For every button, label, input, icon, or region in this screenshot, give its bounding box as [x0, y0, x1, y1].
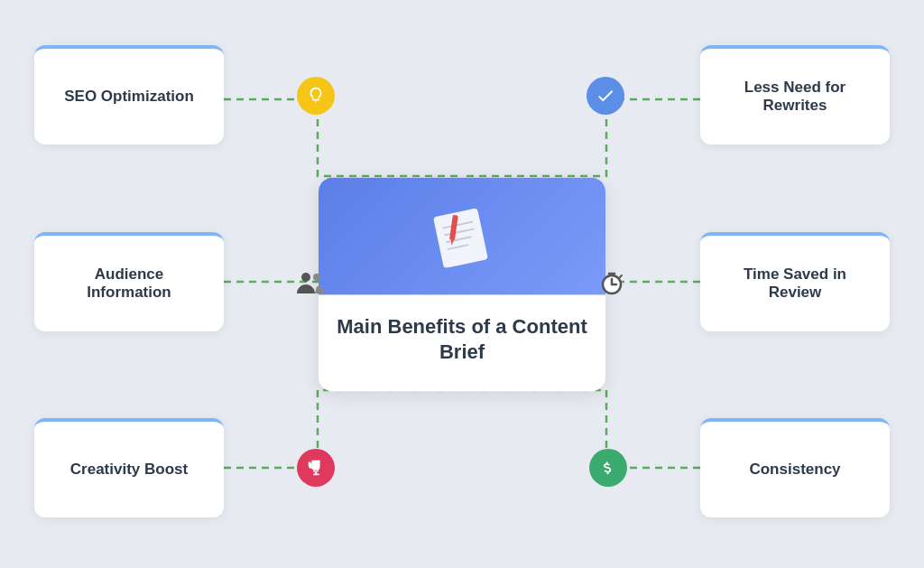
check-icon-circle — [587, 77, 624, 115]
trophy-icon — [306, 458, 326, 478]
card-audience: Audience Information — [34, 232, 224, 331]
svg-point-7 — [301, 273, 310, 282]
svg-line-14 — [620, 275, 622, 277]
document-icon — [421, 204, 503, 267]
center-card: Main Benefits of a Content Brief — [319, 177, 605, 391]
time-icon-circle — [593, 264, 631, 302]
card-time-saved: Time Saved in Review — [700, 232, 890, 331]
people-icon — [295, 270, 326, 295]
svg-point-8 — [313, 274, 320, 281]
diagram-container: SEO Optimization Audience Information Cr… — [0, 0, 924, 568]
money-icon-circle — [589, 449, 627, 487]
trophy-icon-circle — [297, 449, 335, 487]
svg-rect-0 — [433, 208, 488, 267]
card-audience-label: Audience Information — [52, 265, 206, 302]
audience-icon-circle — [291, 264, 329, 302]
card-consistency: Consistency — [700, 418, 890, 517]
checkmark-icon — [596, 86, 615, 106]
card-time-saved-label: Time Saved in Review — [718, 265, 872, 302]
center-card-body: Main Benefits of a Content Brief — [319, 294, 605, 391]
stopwatch-icon — [598, 269, 625, 296]
bulb-icon — [306, 86, 326, 106]
card-seo: SEO Optimization — [34, 45, 224, 144]
center-card-title: Main Benefits of a Content Brief — [337, 314, 587, 366]
seo-icon-circle — [297, 77, 335, 115]
card-consistency-label: Consistency — [749, 461, 840, 479]
card-less-rewrite-label: Less Need for Rewrites — [718, 79, 872, 115]
card-creativity-label: Creativity Boost — [70, 461, 188, 479]
card-creativity: Creativity Boost — [34, 418, 224, 517]
money-icon — [598, 458, 618, 478]
card-less-rewrite: Less Need for Rewrites — [700, 45, 890, 144]
center-card-header — [319, 177, 605, 294]
card-seo-label: SEO Optimization — [64, 88, 194, 106]
